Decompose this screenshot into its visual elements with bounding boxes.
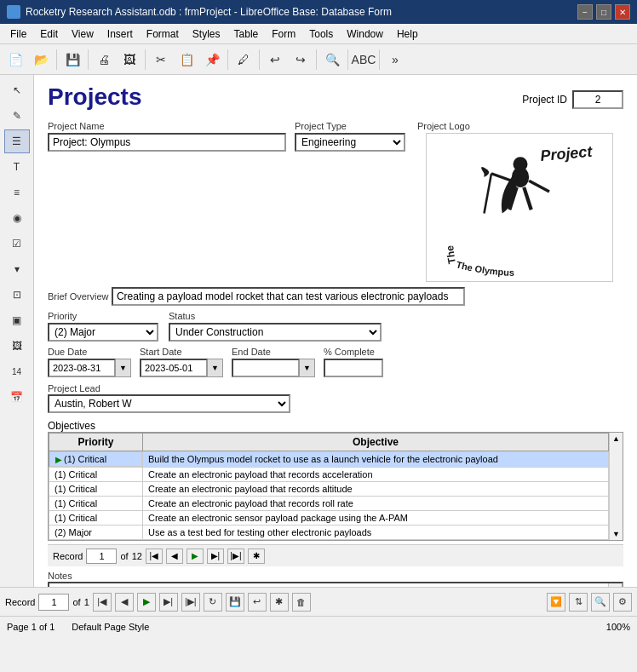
- menu-insert[interactable]: Insert: [100, 26, 140, 42]
- close-button[interactable]: ✕: [615, 4, 630, 20]
- nav-new[interactable]: ✱: [248, 549, 265, 564]
- menu-form[interactable]: Form: [265, 26, 302, 42]
- print-button[interactable]: 🖨: [92, 48, 116, 72]
- paste-button[interactable]: 📌: [200, 48, 224, 72]
- priority-select[interactable]: (1) Critical (2) Major (3) Minor (4) Low: [48, 323, 158, 342]
- sidebar-check[interactable]: ☑: [4, 232, 30, 256]
- nav-prev[interactable]: ◀: [166, 549, 183, 564]
- redo-button[interactable]: ↪: [289, 48, 313, 72]
- page-title: Projects: [48, 83, 142, 111]
- status-label: Status: [169, 311, 382, 321]
- maximize-button[interactable]: □: [596, 4, 611, 20]
- form-nav-first[interactable]: |◀: [93, 593, 112, 612]
- cut-button[interactable]: ✂: [149, 48, 173, 72]
- table-row[interactable]: (1) Critical Create an electronic payloa…: [49, 497, 609, 511]
- undo-button[interactable]: ↩: [263, 48, 287, 72]
- menu-styles[interactable]: Styles: [186, 26, 227, 42]
- obj-scroll-down[interactable]: ▼: [612, 530, 620, 538]
- menu-file[interactable]: File: [3, 26, 33, 42]
- brief-overview-field[interactable]: [112, 287, 465, 306]
- sidebar-form[interactable]: ☰: [4, 129, 30, 153]
- form-nav-next[interactable]: ▶|: [159, 593, 178, 612]
- status-zoom: 100%: [606, 622, 630, 632]
- menu-window[interactable]: Window: [340, 26, 390, 42]
- form-nav-play[interactable]: ▶: [137, 593, 156, 612]
- table-row[interactable]: (2) Major Use as a test bed for testing …: [49, 526, 609, 540]
- open-button[interactable]: 📂: [29, 48, 53, 72]
- end-date-picker[interactable]: ▼: [300, 359, 315, 377]
- form-nav-undo[interactable]: ↩: [248, 593, 267, 612]
- due-date-field[interactable]: [48, 359, 116, 377]
- status-select[interactable]: Not Started In Progress Under Constructi…: [169, 323, 382, 342]
- sidebar-list[interactable]: ≡: [4, 181, 30, 204]
- sidebar-select[interactable]: ↖: [4, 78, 30, 102]
- obj-scroll-up[interactable]: ▲: [612, 434, 620, 443]
- objectives-table: Priority Objective ▶ (1) Critical Build …: [49, 433, 609, 540]
- notes-scroll-up[interactable]: ▲: [611, 585, 619, 587]
- project-type-select[interactable]: Engineering Research Design Testing: [295, 133, 405, 152]
- nav-play[interactable]: ▶: [187, 549, 204, 564]
- percent-complete-field[interactable]: [324, 359, 383, 377]
- menu-view[interactable]: View: [65, 26, 100, 42]
- record-label: Record: [53, 551, 83, 561]
- form-nav-prev[interactable]: ◀: [115, 593, 134, 612]
- end-date-field[interactable]: [232, 359, 300, 377]
- start-date-label: Start Date: [140, 347, 223, 357]
- start-date-field[interactable]: [140, 359, 208, 377]
- find-button[interactable]: 🔍: [320, 48, 344, 72]
- table-row[interactable]: (1) Critical Create an electronic payloa…: [49, 482, 609, 497]
- menu-tools[interactable]: Tools: [302, 26, 340, 42]
- menu-format[interactable]: Format: [140, 26, 186, 42]
- print-preview-button[interactable]: 🖼: [118, 48, 141, 72]
- nav-last[interactable]: |▶|: [227, 549, 244, 564]
- sidebar-field[interactable]: T: [4, 155, 30, 179]
- form-nav-refresh[interactable]: ↻: [204, 593, 222, 612]
- form-nav-save[interactable]: 💾: [226, 593, 244, 612]
- form-nav-filter[interactable]: 🔽: [547, 593, 565, 612]
- form-nav-delete[interactable]: 🗑: [292, 593, 311, 612]
- due-date-picker[interactable]: ▼: [116, 359, 131, 377]
- menu-help[interactable]: Help: [390, 26, 425, 42]
- new-button[interactable]: 📄: [3, 48, 27, 72]
- form-nav-last[interactable]: |▶|: [181, 593, 200, 612]
- form-nav-search[interactable]: 🔍: [591, 593, 610, 612]
- sidebar-button[interactable]: ▣: [4, 308, 30, 332]
- sidebar-combo[interactable]: ▾: [4, 257, 30, 281]
- status-style: Default Page Style: [72, 622, 149, 632]
- table-row[interactable]: (1) Critical Create an electronic sensor…: [49, 511, 609, 526]
- project-id-field[interactable]: [572, 90, 623, 109]
- nav-first[interactable]: |◀: [146, 549, 163, 564]
- start-date-picker[interactable]: ▼: [208, 359, 223, 377]
- menu-table[interactable]: Table: [227, 26, 266, 42]
- form-nav-settings[interactable]: ⚙: [613, 593, 632, 612]
- form-record-current[interactable]: [38, 594, 69, 611]
- objectives-section: Objectives Priority Objective: [48, 420, 623, 566]
- project-lead-select[interactable]: Austin, Robert W Smith, John Johnson, Ja…: [48, 394, 290, 413]
- minimize-button[interactable]: −: [577, 4, 593, 20]
- sidebar-radio[interactable]: ◉: [4, 206, 30, 230]
- objectives-record-nav: Record of 12 |◀ ◀ ▶ ▶| |▶| ✱: [48, 544, 623, 566]
- format-button[interactable]: 🖊: [232, 48, 255, 72]
- nav-next[interactable]: ▶|: [207, 549, 224, 564]
- form-area: Projects Project ID Project Name Project…: [34, 75, 637, 587]
- menu-bar: File Edit View Insert Format Styles Tabl…: [0, 24, 637, 44]
- record-current[interactable]: [86, 549, 117, 564]
- form-nav-new[interactable]: ✱: [270, 593, 289, 612]
- sidebar-num[interactable]: 14: [4, 359, 30, 383]
- notes-field[interactable]: Purchased an Estes Olympus payload model…: [49, 583, 608, 587]
- sidebar-listbox[interactable]: ⊡: [4, 283, 30, 307]
- menu-edit[interactable]: Edit: [33, 26, 65, 42]
- sidebar-edit[interactable]: ✎: [4, 104, 30, 128]
- sidebar-image[interactable]: 🖼: [4, 334, 30, 358]
- more-button[interactable]: »: [383, 48, 407, 72]
- save-button[interactable]: 💾: [60, 48, 84, 72]
- spell-button[interactable]: ABC: [352, 48, 376, 72]
- project-name-field[interactable]: [48, 133, 286, 152]
- sidebar-date[interactable]: 📅: [4, 385, 30, 409]
- form-nav-sort[interactable]: ⇅: [569, 593, 588, 612]
- form-record-label: Record: [5, 597, 35, 607]
- copy-button[interactable]: 📋: [175, 48, 198, 72]
- table-row[interactable]: (1) Critical Create an electronic payloa…: [49, 468, 609, 482]
- table-row[interactable]: ▶ (1) Critical Build the Olympus model r…: [49, 451, 609, 468]
- form-record-bar: Record of 1 |◀ ◀ ▶ ▶| |▶| ↻ 💾 ↩ ✱ 🗑 🔽 ⇅ …: [0, 587, 637, 616]
